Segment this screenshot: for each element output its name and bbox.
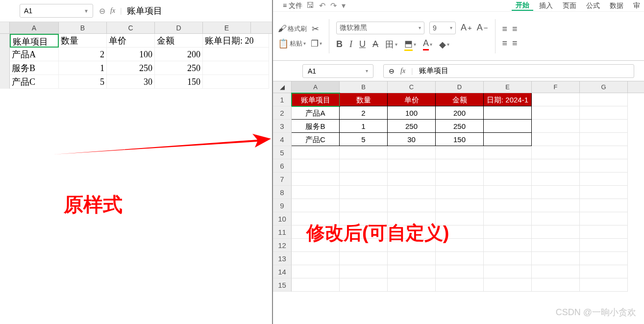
cell[interactable]: 产品C — [10, 75, 59, 89]
row-header[interactable]: 13 — [273, 252, 292, 265]
cell[interactable]: 5 — [340, 133, 388, 146]
row-header[interactable]: 8 — [273, 186, 292, 199]
cell[interactable] — [436, 278, 484, 292]
font-select[interactable]: 微软雅黑▾ — [336, 22, 424, 34]
name-box-right[interactable]: A1 ▾ — [302, 64, 373, 78]
cell[interactable] — [436, 159, 484, 173]
cell[interactable]: 1 — [340, 120, 388, 133]
chevron-down-icon[interactable]: ▾ — [366, 68, 368, 74]
cell[interactable] — [532, 120, 580, 133]
cell[interactable]: 250 — [436, 120, 484, 133]
cell[interactable] — [532, 212, 580, 225]
cell[interactable] — [292, 186, 340, 199]
cell[interactable] — [340, 159, 388, 173]
cell[interactable] — [340, 278, 388, 292]
cell[interactable]: 单价 — [388, 93, 436, 106]
col-header[interactable]: D — [155, 22, 203, 33]
cell[interactable] — [580, 225, 628, 239]
cell[interactable]: 200 — [155, 48, 203, 61]
row-header[interactable]: 4 — [273, 133, 292, 146]
cell[interactable] — [292, 252, 340, 265]
cell[interactable] — [436, 186, 484, 199]
cell[interactable] — [580, 146, 628, 159]
cell[interactable] — [484, 225, 532, 239]
cell[interactable] — [580, 106, 628, 120]
row-header[interactable]: 14 — [273, 265, 292, 278]
formula-value-left[interactable]: 账单项目 — [127, 5, 162, 17]
cell[interactable] — [484, 265, 532, 278]
cell[interactable]: 日期: 2024-1 — [484, 93, 532, 106]
cell[interactable] — [580, 199, 628, 212]
cell[interactable]: 150 — [436, 133, 484, 146]
cell[interactable] — [388, 199, 436, 212]
col-header[interactable]: C — [107, 22, 155, 33]
cell[interactable] — [580, 159, 628, 173]
cell[interactable] — [484, 252, 532, 265]
cell[interactable] — [292, 199, 340, 212]
cell[interactable]: 30 — [107, 75, 155, 89]
cut-icon[interactable]: ✂ — [312, 24, 319, 34]
cell[interactable] — [292, 173, 340, 186]
cell[interactable] — [340, 146, 388, 159]
cell[interactable] — [580, 173, 628, 186]
cell[interactable] — [340, 265, 388, 278]
cell[interactable] — [580, 265, 628, 278]
tab-start[interactable]: 开始 — [512, 1, 533, 11]
col-header[interactable]: G — [580, 81, 628, 93]
cell[interactable] — [484, 239, 532, 252]
fill-button[interactable]: ⬒▾ — [404, 38, 416, 51]
col-header[interactable]: D — [436, 81, 484, 93]
cell[interactable] — [532, 252, 580, 265]
row-header[interactable]: 3 — [273, 120, 292, 133]
cell[interactable]: 100 — [107, 48, 155, 61]
font-color-button[interactable]: A▾ — [423, 38, 432, 50]
cell[interactable] — [388, 252, 436, 265]
cell[interactable] — [203, 48, 269, 61]
col-header[interactable]: C — [388, 81, 436, 93]
cell[interactable] — [292, 278, 340, 292]
tab-insert[interactable]: 插入 — [535, 1, 557, 10]
cell[interactable]: 单价 — [107, 34, 155, 48]
row-header[interactable]: 1 — [273, 93, 292, 106]
row-header[interactable]: 2 — [273, 106, 292, 120]
cell[interactable] — [532, 199, 580, 212]
cell[interactable]: 30 — [388, 133, 436, 146]
name-box-left[interactable]: A1 ▼ — [20, 4, 93, 18]
cell[interactable] — [388, 265, 436, 278]
cell[interactable] — [532, 265, 580, 278]
cell[interactable] — [580, 278, 628, 292]
cell[interactable] — [580, 186, 628, 199]
row-header[interactable]: 9 — [273, 199, 292, 212]
cell[interactable] — [484, 212, 532, 225]
cell[interactable] — [532, 133, 580, 146]
cell[interactable] — [532, 239, 580, 252]
row-header[interactable]: 6 — [273, 159, 292, 173]
cell[interactable] — [340, 199, 388, 212]
cell[interactable] — [484, 146, 532, 159]
cell[interactable] — [203, 75, 269, 89]
select-all-corner[interactable]: ◢ — [273, 81, 292, 93]
save-icon[interactable]: 🖫 — [306, 1, 314, 10]
tab-data[interactable]: 数据 — [606, 1, 627, 10]
cell[interactable] — [340, 186, 388, 199]
fx-icon[interactable]: fx — [110, 7, 115, 15]
align-icon[interactable]: ≡ — [512, 24, 518, 34]
cell[interactable]: 服务B — [292, 120, 340, 133]
row-header[interactable]: 12 — [273, 239, 292, 252]
cell[interactable] — [484, 278, 532, 292]
cell[interactable] — [388, 278, 436, 292]
cell[interactable] — [580, 212, 628, 225]
cell[interactable] — [388, 146, 436, 159]
align-icon[interactable]: ≡ — [502, 24, 508, 34]
cell[interactable]: 数量 — [340, 93, 388, 106]
strike-button[interactable]: A — [372, 39, 378, 50]
cell[interactable] — [532, 106, 580, 120]
cell[interactable] — [340, 252, 388, 265]
cell[interactable] — [484, 186, 532, 199]
cell[interactable] — [436, 252, 484, 265]
cell[interactable] — [436, 265, 484, 278]
cell[interactable]: 2 — [59, 48, 107, 61]
redo-icon[interactable]: ↷ — [330, 1, 337, 10]
chevron-down-icon[interactable]: ▼ — [84, 8, 89, 14]
align-icon[interactable]: ≡ — [502, 38, 508, 49]
